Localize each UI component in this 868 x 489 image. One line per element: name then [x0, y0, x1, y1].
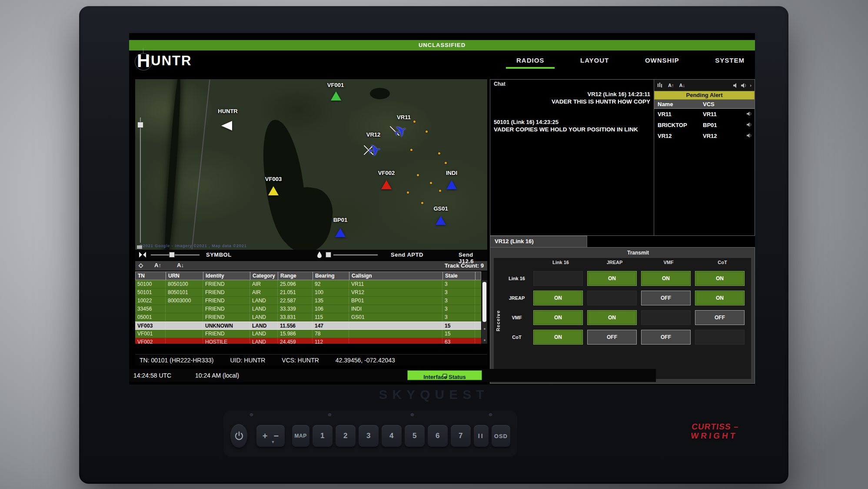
tab-radios[interactable]: RADIOS	[512, 54, 549, 69]
osd-button[interactable]: OSD	[492, 425, 510, 447]
speaker-muted-icon[interactable]	[733, 83, 738, 88]
opacity-icon[interactable]	[317, 251, 322, 258]
opacity-slider-handle[interactable]	[326, 252, 331, 258]
symbol-size-slider[interactable]	[151, 255, 200, 255]
bezel-button-5[interactable]: 5	[405, 425, 425, 447]
alert-row-vr11[interactable]: VR11VR11	[654, 109, 755, 120]
matrix-toggle-jreap-vmf[interactable]: OFF	[641, 291, 691, 305]
track-cell: UNKNOWN	[203, 322, 250, 329]
chat-message-body: VADER THIS IS HUNTR HOW COPY	[494, 98, 650, 105]
opacity-slider[interactable]	[333, 255, 378, 255]
track-symbol-vf003[interactable]	[268, 186, 279, 195]
track-row-vf003[interactable]: VF003UNKNOWNLAND11.55614715	[135, 322, 481, 330]
alert-more-icon[interactable]: ›	[750, 83, 752, 88]
track-cell	[166, 322, 203, 329]
declutter-icon[interactable]	[139, 251, 146, 258]
matrix-toggle-cot-jreap[interactable]: OFF	[587, 330, 637, 345]
track-symbol-vf002[interactable]	[381, 180, 392, 189]
transmit-label: Transmit	[534, 250, 742, 256]
alert-row-vr12[interactable]: VR12VR12	[654, 131, 755, 141]
matrix-toggle-link16-cot[interactable]: ON	[695, 271, 745, 286]
chat-title: Chat	[494, 81, 650, 87]
track-col-identity[interactable]: Identity	[203, 272, 250, 280]
map-zoom-slider-handle[interactable]	[137, 122, 143, 128]
track-sort-asc-icon[interactable]: A↑	[154, 262, 161, 268]
alert-sort-desc-icon[interactable]: A↓	[679, 83, 685, 88]
track-symbol-vf001[interactable]	[331, 91, 341, 100]
matrix-toggle-jreap-cot[interactable]: ON	[695, 291, 745, 305]
bezel-button-3[interactable]: 3	[359, 425, 379, 447]
track-symbol-indi[interactable]	[446, 180, 457, 189]
radio-selected-tab[interactable]: VR12 (Link 16)	[490, 236, 587, 247]
ownship-symbol-huntr[interactable]	[221, 121, 232, 131]
track-row-vf002[interactable]: VF002HOSTILELAND24.45911263	[135, 338, 481, 344]
track-col-category[interactable]: Category	[250, 272, 278, 280]
interface-status-button[interactable]: Interface Status	[407, 370, 482, 380]
matrix-toggle-jreap-link16[interactable]: ON	[533, 291, 583, 305]
track-symbol-bp01[interactable]	[335, 228, 346, 237]
track-col-bearing[interactable]: Bearing	[313, 272, 349, 280]
matrix-toggle-link16-vmf[interactable]: ON	[641, 271, 691, 286]
matrix-toggle-vmf-link16[interactable]: ON	[533, 310, 583, 325]
map-canvas[interactable]: ©2021 Google - Imagery ©2021 , Map data …	[135, 79, 487, 250]
symbol-size-slider-handle[interactable]	[169, 252, 175, 258]
track-row-vf001[interactable]: VF001FRIENDLAND15.9867815	[135, 330, 481, 338]
track-sort-desc-icon[interactable]: A↓	[177, 262, 184, 268]
bezel-button-7[interactable]: 7	[451, 425, 471, 447]
speaker-icon[interactable]	[747, 122, 752, 128]
track-col-urn[interactable]: URN	[166, 272, 203, 280]
track-symbol-plane-vr11[interactable]: ✈	[391, 121, 410, 141]
track-symbol-gs01[interactable]	[436, 216, 446, 225]
speaker-icon[interactable]	[747, 111, 752, 117]
diamond-filter-icon[interactable]: ◇	[139, 262, 143, 268]
tab-ownship[interactable]: OWNSHIP	[641, 54, 684, 69]
alert-sort-asc-icon[interactable]: A↑	[668, 83, 674, 88]
track-row-50101[interactable]: 501018050101FRIENDAIR21.051100VR123	[135, 288, 481, 297]
contact-dot	[438, 152, 440, 154]
matrix-toggle-cot-link16[interactable]: ON	[533, 330, 583, 345]
track-table-body: 501008050100FRIENDAIR25.09692VR113501018…	[135, 280, 481, 344]
track-row-05001[interactable]: 05001FRIENDLAND33.831115GS013	[135, 313, 481, 322]
matrix-row-label: VMF	[502, 315, 531, 320]
bezel-button-4[interactable]: 4	[382, 425, 402, 447]
map-zoom-slider[interactable]	[140, 117, 141, 243]
pause-button[interactable]: II	[474, 425, 489, 447]
track-label-vf003: VF003	[265, 176, 282, 182]
track-col-range[interactable]: Range	[278, 272, 313, 280]
matrix-toggle-cot-vmf[interactable]: OFF	[641, 330, 691, 345]
power-button[interactable]	[230, 424, 247, 448]
track-row-50100[interactable]: 501008050100FRIENDAIR25.09692VR113	[135, 280, 481, 288]
send-aptd-button[interactable]: Send APTD	[391, 251, 423, 258]
track-col-tn[interactable]: TN	[136, 272, 166, 280]
track-cell: 33456	[135, 305, 166, 313]
tab-system[interactable]: SYSTEM	[711, 54, 749, 69]
tab-bar: RADIOSLAYOUTOWNSHIPSYSTEM	[512, 54, 749, 69]
speaker-icon[interactable]	[741, 83, 747, 88]
chat-message: 50101 (Link 16) 14:23:25VADER COPIES WE …	[494, 118, 650, 133]
track-col-callsign[interactable]: Callsign	[349, 272, 443, 280]
track-row-33456[interactable]: 33456FRIENDLAND33.339106INDI3	[135, 305, 481, 313]
speaker-icon[interactable]	[747, 133, 752, 139]
matrix-toggle-vmf-jreap[interactable]: ON	[587, 310, 637, 325]
tab-layout[interactable]: LAYOUT	[576, 54, 613, 69]
scrollbar-thumb[interactable]	[482, 282, 486, 322]
filter-icon[interactable]	[657, 83, 663, 88]
matrix-toggle-vmf-cot[interactable]: OFF	[695, 310, 745, 325]
bezel-button-6[interactable]: 6	[428, 425, 448, 447]
send-j126-button[interactable]: Send J12.6	[459, 251, 487, 265]
track-table-scrollbar[interactable]	[481, 280, 487, 344]
track-symbol-plane-vr12[interactable]: ✈	[367, 141, 383, 159]
brightness-rocker-button[interactable]: + − ▼	[256, 425, 284, 447]
map-zoom-slider-foot[interactable]	[137, 245, 142, 249]
map-button[interactable]: MAP	[292, 425, 309, 447]
map-river	[163, 79, 183, 250]
track-row-10022[interactable]: 1002280003000FRIENDLAND22.587135BP013	[135, 297, 481, 305]
matrix-toggle-link16-jreap[interactable]: ON	[587, 271, 637, 286]
alert-row-bricktop[interactable]: BRICKTOPBP01	[654, 120, 755, 131]
chat-message-body: VADER COPIES WE HOLD YOUR POSITION IN LI…	[494, 126, 650, 133]
bezel-button-1[interactable]: 1	[313, 425, 333, 447]
track-col-stale[interactable]: Stale	[443, 272, 476, 280]
bezel-button-2[interactable]: 2	[336, 425, 356, 447]
bezel-screw	[249, 412, 253, 416]
time-bar: 14:24:58 UTC 10:24 AM (local) Interface …	[129, 369, 656, 382]
